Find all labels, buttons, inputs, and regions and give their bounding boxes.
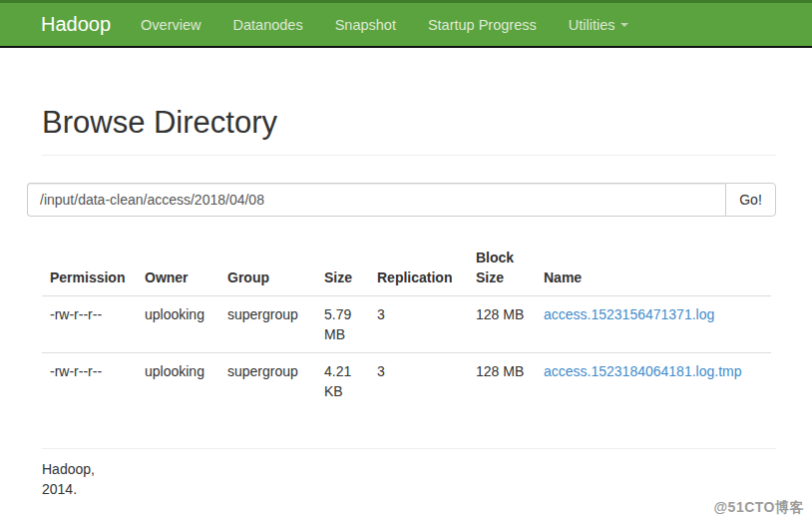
table-row: -rw-r--r-- uplooking supergroup 5.79 MB …: [42, 296, 771, 353]
table-row: -rw-r--r-- uplooking supergroup 4.21 KB …: [42, 353, 771, 410]
cell-owner: uplooking: [137, 296, 219, 353]
col-header-replication: Replication: [369, 240, 468, 296]
file-link[interactable]: access.1523184064181.log.tmp: [544, 363, 741, 379]
file-link[interactable]: access.1523156471371.log: [544, 306, 714, 322]
col-header-owner: Owner: [137, 240, 219, 296]
table-header-row: Permission Owner Group Size Replication …: [42, 240, 771, 296]
cell-size: 4.21 KB: [316, 353, 369, 410]
directory-path-input[interactable]: [27, 183, 725, 217]
col-header-permission: Permission: [42, 240, 137, 296]
nav-item-utilities[interactable]: Utilities: [553, 3, 645, 46]
path-bar: Go!: [27, 183, 776, 217]
col-header-group: Group: [219, 240, 316, 296]
directory-listing-table: Permission Owner Group Size Replication …: [42, 240, 771, 409]
nav-item-datanodes[interactable]: Datanodes: [217, 3, 319, 46]
cell-name: access.1523156471371.log: [536, 296, 771, 353]
nav-item-utilities-label: Utilities: [569, 17, 615, 33]
cell-block-size: 128 MB: [468, 296, 536, 353]
main-content: Browse Directory Go! Permission Owner Gr…: [0, 105, 812, 500]
chevron-down-icon: [620, 23, 628, 27]
cell-permission: -rw-r--r--: [42, 353, 137, 410]
go-button[interactable]: Go!: [725, 183, 776, 217]
col-header-name: Name: [536, 240, 771, 296]
cell-replication: 3: [369, 353, 468, 410]
footer-text: Hadoop, 2014.: [42, 459, 114, 500]
nav-item-startup-progress[interactable]: Startup Progress: [412, 3, 553, 46]
col-header-size: Size: [316, 240, 369, 296]
cell-owner: uplooking: [137, 353, 219, 410]
page-title: Browse Directory: [42, 105, 776, 141]
cell-name: access.1523184064181.log.tmp: [536, 353, 771, 410]
footer-divider: [42, 448, 776, 449]
brand-hadoop[interactable]: Hadoop: [41, 13, 111, 36]
cell-group: supergroup: [219, 296, 316, 353]
cell-group: supergroup: [219, 353, 316, 410]
watermark: @51CTO博客: [713, 499, 804, 517]
title-divider: [42, 155, 776, 156]
cell-replication: 3: [369, 296, 468, 353]
cell-block-size: 128 MB: [468, 353, 536, 410]
navbar-menu: Overview Datanodes Snapshot Startup Prog…: [125, 3, 644, 46]
cell-permission: -rw-r--r--: [42, 296, 137, 353]
cell-size: 5.79 MB: [316, 296, 369, 353]
nav-item-snapshot[interactable]: Snapshot: [319, 3, 412, 46]
top-navbar: Hadoop Overview Datanodes Snapshot Start…: [0, 0, 812, 48]
col-header-block-size: Block Size: [468, 240, 536, 296]
nav-item-overview[interactable]: Overview: [125, 3, 216, 46]
